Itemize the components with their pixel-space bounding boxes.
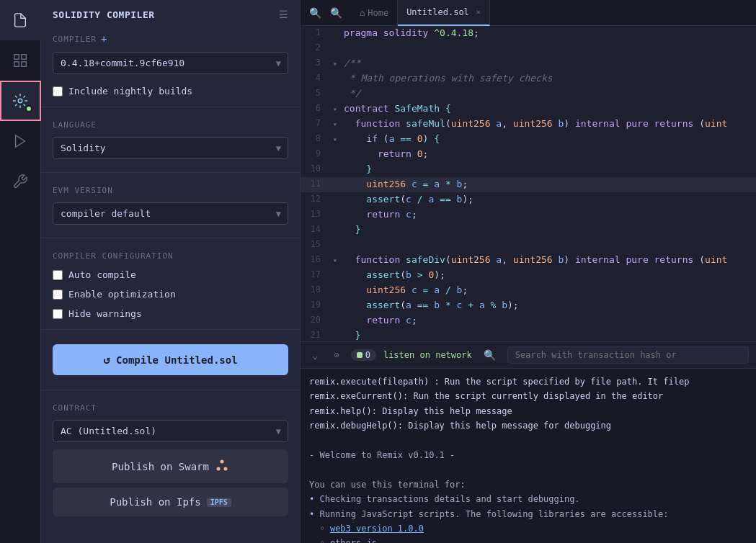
line-arrow <box>329 177 341 192</box>
tab-untitled-sol[interactable]: Untitled.sol ✕ <box>398 0 490 26</box>
line-number: 1 <box>301 26 329 41</box>
compiler-badge <box>25 105 32 112</box>
auto-compile-label[interactable]: Auto compile <box>68 269 136 280</box>
code-line-15: 15 <box>301 238 756 253</box>
svg-point-6 <box>220 460 223 464</box>
line-arrow <box>329 238 341 253</box>
code-line-9: 9 return 0; <box>301 147 756 162</box>
sidebar-item-files[interactable] <box>0 0 41 40</box>
terminal-search-icon[interactable]: 🔍 <box>479 348 500 362</box>
code-line-11: 11 uint256 c = a * b; <box>301 177 756 192</box>
terminal-search-input[interactable] <box>507 346 749 364</box>
line-number: 12 <box>301 192 329 207</box>
svg-rect-0 <box>14 55 19 59</box>
hide-warnings-checkbox[interactable] <box>53 309 63 319</box>
svg-point-4 <box>18 99 22 103</box>
code-line-19: 19 assert(a == b * c + a % b); <box>301 298 756 313</box>
line-arrow: ▾ <box>329 117 341 132</box>
tab-close-icon[interactable]: ✕ <box>476 8 481 16</box>
terminal-line: remix.debugHelp(): Display this help mes… <box>309 418 747 433</box>
include-nightly-checkbox[interactable] <box>53 86 63 97</box>
sidebar-item-deploy[interactable] <box>0 121 41 161</box>
include-nightly-row: Include nightly builds <box>41 81 300 101</box>
compiler-add-icon[interactable]: + <box>101 33 107 45</box>
panel-menu-icon[interactable]: ☰ <box>279 9 288 20</box>
config-section-label: COMPILER CONFIGURATION <box>41 244 300 265</box>
code-line-4: 4 * Math operations with safety checks <box>301 71 756 86</box>
terminal-line: • Running JavaScript scripts. The follow… <box>309 507 747 521</box>
contract-select[interactable]: AC (Untitled.sol) <box>53 420 288 442</box>
evm-wrapper: compiler default byzantium constantinopl… <box>53 202 288 225</box>
code-line-13: 13 return c; <box>301 207 756 223</box>
line-number: 19 <box>301 298 329 313</box>
publish-swarm-button[interactable]: Publish on Swarm <box>53 449 288 483</box>
tab-search-icons: 🔍 🔍 <box>301 4 351 22</box>
line-arrow <box>329 41 341 56</box>
line-number: 7 <box>301 117 329 132</box>
code-line-10: 10 } <box>301 162 756 177</box>
evm-select[interactable]: compiler default byzantium constantinopl… <box>53 202 288 225</box>
left-panel: SOLIDITY COMPILER ☰ COMPILER + 0.4.18+co… <box>41 0 301 543</box>
line-content: } <box>341 223 360 238</box>
language-select[interactable]: Solidity Yul <box>53 137 288 159</box>
optimization-row: Enable optimization <box>41 284 300 304</box>
zoom-out-icon[interactable]: 🔍 <box>306 4 324 22</box>
code-line-21: 21 } <box>301 328 756 341</box>
tab-home[interactable]: ⌂ Home <box>351 0 398 26</box>
auto-compile-checkbox[interactable] <box>53 270 63 280</box>
publish-ipfs-button[interactable]: Publish on Ipfs IPFS <box>53 488 288 516</box>
line-number: 15 <box>301 238 329 253</box>
line-content: } <box>341 328 360 341</box>
line-arrow <box>329 207 341 223</box>
optimization-label[interactable]: Enable optimization <box>68 289 176 300</box>
compiler-section-label: COMPILER + <box>41 26 300 49</box>
line-content: return 0; <box>341 147 428 162</box>
terminal-line: remix.exeCurrent(): Run the script curre… <box>309 389 747 403</box>
swarm-icon <box>215 458 229 475</box>
hide-warnings-label[interactable]: Hide warnings <box>68 308 142 319</box>
divider-3 <box>41 238 300 238</box>
line-arrow <box>329 192 341 207</box>
zoom-in-icon[interactable]: 🔍 <box>327 4 345 22</box>
line-number: 3 <box>301 56 329 71</box>
terminal-line <box>309 462 747 477</box>
line-number: 18 <box>301 283 329 298</box>
line-number: 11 <box>301 177 329 192</box>
terminal-collapse-icon[interactable]: ⌄ <box>308 348 322 362</box>
line-number: 8 <box>301 132 329 147</box>
code-line-5: 5 */ <box>301 86 756 102</box>
code-line-20: 20 return c; <box>301 313 756 328</box>
sidebar-item-tools[interactable] <box>0 161 41 202</box>
compile-button[interactable]: ↺ Compile Untitled.sol <box>53 344 288 375</box>
sidebar-item-compiler[interactable] <box>0 81 41 121</box>
line-arrow: ▾ <box>329 253 341 268</box>
include-nightly-label[interactable]: Include nightly builds <box>68 86 192 97</box>
compiler-version-select[interactable]: 0.4.18+commit.9cf6e910 0.4.17+commit.bde… <box>53 52 288 74</box>
line-number: 17 <box>301 268 329 283</box>
line-content <box>341 238 344 253</box>
divider-5 <box>41 390 300 390</box>
line-arrow <box>329 26 341 41</box>
line-arrow <box>329 328 341 341</box>
optimization-checkbox[interactable] <box>53 290 63 300</box>
compile-icon: ↺ <box>103 353 110 367</box>
terminal-listen: listen on network <box>383 350 472 360</box>
sidebar-item-search[interactable] <box>0 40 41 81</box>
line-number: 2 <box>301 41 329 56</box>
line-content: uint256 c = a * b; <box>341 177 468 192</box>
tab-home-label: Home <box>368 8 388 18</box>
line-number: 9 <box>301 147 329 162</box>
code-line-8: 8▾ if (a == 0) { <box>301 132 756 147</box>
line-number: 13 <box>301 207 329 223</box>
terminal-clear-icon[interactable]: ⊘ <box>329 349 343 362</box>
code-line-3: 3▾/** <box>301 56 756 71</box>
hide-warnings-row: Hide warnings <box>41 304 300 323</box>
terminal-line: You can use this terminal for: <box>309 477 747 492</box>
line-number: 4 <box>301 71 329 86</box>
line-arrow: ▾ <box>329 102 341 117</box>
divider-4 <box>41 329 300 330</box>
code-editor[interactable]: 1pragma solidity ^0.4.18;23▾/**4 * Math … <box>301 26 756 341</box>
code-line-14: 14 } <box>301 223 756 238</box>
line-number: 20 <box>301 313 329 328</box>
terminal-count: 0 <box>365 350 370 360</box>
